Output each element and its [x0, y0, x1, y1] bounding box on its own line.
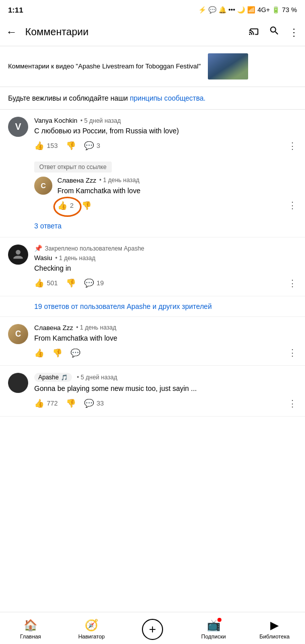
comment-more-button[interactable]: ⋮	[288, 140, 297, 151]
status-time: 1:11	[8, 6, 23, 14]
many-replies-link[interactable]: 19 ответов от пользователя Apashe и друг…	[34, 302, 212, 310]
navigator-icon: 🧭	[85, 619, 98, 632]
comment-more-button[interactable]: ⋮	[288, 278, 297, 289]
nav-item-home[interactable]: 🏠 Главная	[0, 619, 61, 639]
library-icon: ▶	[270, 619, 279, 632]
artist-name: Apashe	[38, 374, 59, 381]
reply-author: Славена Zzz	[57, 177, 96, 184]
comments-list: V Vanya Kochkin • 5 дней назад С любовью…	[0, 110, 305, 417]
reply-text: From Kamchatka with love	[57, 186, 297, 196]
status-bar: 1:11 ⚡ 💬 🔔 ••• 🌙 📶 4G+ 🔋 73 %	[0, 0, 305, 18]
comment-more-button[interactable]: ⋮	[288, 398, 297, 409]
thumbs-down-icon: 👎	[66, 141, 76, 150]
comment-time: • 1 день назад	[55, 255, 96, 262]
subscriptions-icon: 📺	[207, 619, 220, 632]
signal-icon: 📶	[247, 6, 255, 14]
nav-icons: ⋮	[249, 25, 299, 39]
reply-more-button[interactable]: ⋮	[288, 200, 297, 211]
reply-count: 19	[97, 279, 104, 287]
music-note-icon: 🎵	[61, 374, 68, 381]
whatsapp-icon: 💬	[208, 6, 216, 14]
comment-icon: 💬	[84, 398, 94, 408]
comment-text: С любовью из России, from Russia with lo…	[34, 126, 297, 136]
reply-time: • 1 день назад	[99, 177, 139, 184]
comment-block: С Славена Zzz • 1 день назад From Kamcha…	[0, 317, 305, 366]
comment-header: V Vanya Kochkin • 5 дней назад С любовью…	[8, 117, 297, 151]
like-count: 501	[47, 279, 58, 287]
nav-item-subscriptions[interactable]: 📺 Подписки	[183, 619, 244, 639]
comment-meta: Vanya Kochkin • 5 дней назад	[34, 117, 297, 124]
comment-content: Apashe 🎵 • 5 дней назад Gonna be playing…	[34, 373, 297, 409]
comment-text: Checking in	[34, 264, 297, 274]
back-button[interactable]: ←	[6, 26, 17, 39]
like-button[interactable]: 👍 153	[34, 141, 58, 150]
dislike-button[interactable]: 👎	[66, 278, 76, 288]
pin-icon: 📌	[34, 245, 42, 252]
thumbs-down-icon: 👎	[52, 348, 62, 358]
comment-header: С Славена Zzz • 1 день назад From Kamcha…	[8, 324, 297, 359]
dislike-button[interactable]: 👎	[66, 141, 76, 150]
like-button[interactable]: 👍 501	[34, 278, 58, 288]
reply-count-button[interactable]: 💬 3	[84, 141, 100, 150]
comment-icon: 💬	[70, 348, 81, 358]
bolt-icon: ⚡	[198, 6, 206, 14]
pinned-badge: 📌 Закреплено пользователем Apashe	[34, 245, 297, 252]
reply-icon-button[interactable]: 💬	[70, 348, 81, 358]
comment-block: V Vanya Kochkin • 5 дней назад С любовью…	[0, 110, 305, 237]
page-title: Комментарии	[25, 26, 249, 38]
community-link[interactable]: принципы сообщества.	[130, 94, 206, 102]
comment-content: Vanya Kochkin • 5 дней назад С любовью и…	[34, 117, 297, 151]
community-bar: Будьте вежливы и соблюдайте наши принцип…	[0, 87, 305, 110]
more-status-icon: •••	[228, 6, 236, 14]
thumbs-down-icon: 👎	[66, 278, 76, 288]
status-icons: ⚡ 💬 🔔 ••• 🌙 📶 4G+ 🔋 73 %	[198, 6, 297, 14]
search-icon[interactable]	[269, 25, 280, 39]
avatar	[8, 245, 28, 265]
avatar	[8, 373, 28, 393]
replies-link[interactable]: 3 ответа	[34, 222, 61, 230]
comment-time: • 1 день назад	[76, 324, 116, 331]
thumbs-up-icon: 👍	[34, 278, 44, 288]
reply-count-button[interactable]: 💬 33	[84, 398, 104, 408]
notification-icon: 🔔	[218, 6, 226, 14]
comment-block-apashe: Apashe 🎵 • 5 дней назад Gonna be playing…	[0, 366, 305, 417]
battery-icon: 🔋	[272, 6, 280, 14]
cast-icon[interactable]	[249, 25, 260, 39]
add-button[interactable]: +	[142, 619, 163, 640]
battery-percent: 73 %	[282, 6, 297, 14]
reply-dislike-button[interactable]: 👎	[82, 201, 92, 210]
like-button[interactable]: 👍 772	[34, 398, 58, 408]
more-options-icon[interactable]: ⋮	[289, 26, 299, 38]
reply-like-button[interactable]: 👍 2	[57, 201, 73, 210]
reply-count-button[interactable]: 💬 19	[84, 278, 104, 288]
video-context: Комментарии к видео "Apashe Livestream f…	[0, 46, 305, 87]
nav-item-add[interactable]: +	[122, 619, 183, 640]
thumbs-up-icon: 👍	[34, 398, 44, 408]
comment-content: Славена Zzz • 1 день назад From Kamchatk…	[34, 324, 297, 359]
nav-item-navigator[interactable]: 🧭 Навигатор	[61, 619, 122, 639]
like-button[interactable]: 👍	[34, 348, 44, 358]
comment-text: From Kamchatka with love	[34, 334, 297, 344]
avatar: V	[8, 117, 28, 137]
library-label: Библиотека	[260, 633, 290, 639]
comment-actions: 👍 👎 💬 ⋮	[34, 347, 297, 358]
dislike-button[interactable]: 👎	[66, 398, 76, 408]
avatar: С	[34, 177, 52, 195]
reply-open-label: Ответ открыт по ссылке	[34, 162, 112, 173]
reply-actions: 👍 2 👎 ⋮	[57, 200, 297, 211]
dislike-button[interactable]: 👎	[52, 348, 62, 358]
community-text: Будьте вежливы и соблюдайте наши	[8, 94, 130, 102]
subscriptions-label: Подписки	[201, 633, 226, 639]
reply-count: 33	[97, 399, 104, 407]
comment-more-button[interactable]: ⋮	[288, 347, 297, 358]
pinned-text: Закреплено пользователем Apashe	[45, 245, 144, 252]
comment-text: Gonna be playing some new music too, jus…	[34, 384, 297, 394]
like-count: 153	[47, 142, 58, 149]
bottom-nav: 🏠 Главная 🧭 Навигатор + 📺 Подписки ▶ Биб…	[0, 612, 305, 644]
top-nav: ← Комментарии ⋮	[0, 18, 305, 46]
reply-content: Славена Zzz • 1 день назад From Kamchatk…	[57, 177, 297, 211]
reply-inner: С Славена Zzz • 1 день назад From Kamcha…	[34, 177, 297, 211]
navigator-label: Навигатор	[78, 633, 105, 639]
video-thumbnail[interactable]	[208, 53, 248, 79]
nav-item-library[interactable]: ▶ Библиотека	[244, 619, 305, 639]
